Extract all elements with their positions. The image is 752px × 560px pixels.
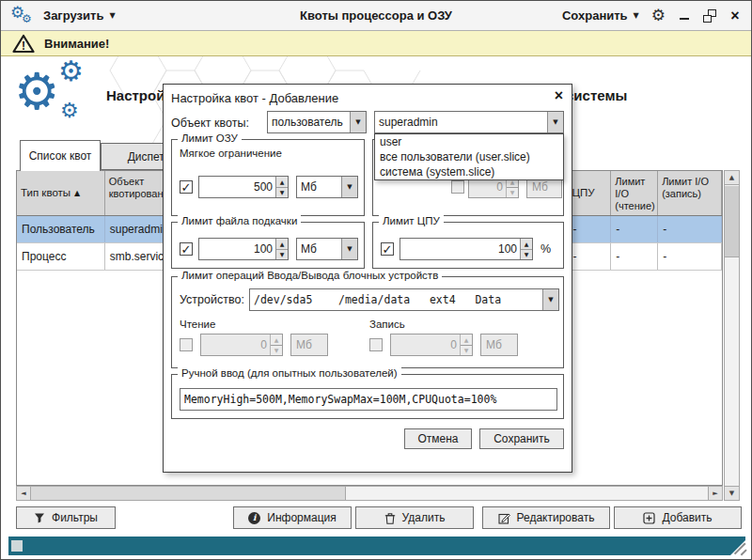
cpu-checkbox[interactable]: ✓ — [381, 242, 394, 256]
quota-target-select[interactable]: superadmin ▼ — [374, 111, 564, 133]
titlebar-right: Сохранить ▼ ⚙ × — [562, 8, 742, 23]
caret-down-icon[interactable]: ▼ — [341, 239, 357, 259]
ram-hard-checkbox[interactable] — [451, 180, 464, 194]
filters-button[interactable]: Фильтры — [16, 506, 116, 529]
soft-limit-label: Мягкое ограничение — [180, 148, 282, 159]
minimize-icon — [680, 18, 689, 20]
ram-soft-unit-value: Мб — [297, 177, 341, 197]
minimize-button[interactable] — [678, 9, 691, 23]
check-icon: ✓ — [181, 181, 192, 194]
swap-checkbox[interactable]: ✓ — [180, 242, 193, 256]
caret-down-icon[interactable]: ▼ — [547, 112, 563, 132]
status-grip — [11, 540, 23, 552]
cpu-spinner[interactable]: 100 ▲▼ — [400, 238, 533, 260]
spin-up-icon[interactable]: ▲ — [276, 177, 288, 188]
scroll-left-button[interactable]: ◄ — [17, 487, 31, 500]
io-write-checkbox[interactable] — [369, 338, 383, 351]
ram-soft-value[interactable]: 500 — [199, 177, 275, 197]
cell-cpu: - — [568, 216, 611, 242]
cpu-limit-legend: Лимит ЦПУ — [379, 215, 444, 226]
spin-down-icon[interactable]: ▼ — [276, 250, 288, 260]
dialog-close-button[interactable]: × — [555, 88, 563, 103]
cpu-value[interactable]: 100 — [400, 239, 520, 259]
io-read-value: 0 — [201, 334, 270, 355]
close-button[interactable]: × — [728, 9, 742, 23]
add-label: Добавить — [662, 511, 712, 524]
add-button[interactable]: Добавить — [614, 506, 742, 529]
info-label: Информация — [267, 511, 336, 524]
gear-icon: ⚙ — [22, 13, 32, 24]
spin-up-icon[interactable]: ▲ — [276, 239, 288, 250]
check-icon: ✓ — [181, 243, 192, 256]
spin-down-icon[interactable]: ▼ — [276, 188, 288, 198]
load-menu-button[interactable]: Загрузить ▼ — [43, 8, 116, 23]
io-write-unit: Мб — [480, 334, 518, 356]
swap-spinner[interactable]: 100 ▲▼ — [198, 238, 289, 260]
edit-pencil-icon — [498, 512, 510, 524]
app-logo-gears-icon: ⚙ ⚙ ⚙ — [14, 61, 101, 136]
column-header-type[interactable]: Тип квоты ▲ — [17, 171, 105, 215]
quota-dialog: Настройка квот - Добавление × Объект кво… — [163, 84, 572, 473]
device-select[interactable]: /dev/sda5 /media/data ext4 Data ▼ — [249, 288, 559, 311]
quota-target-value: superadmin — [375, 112, 547, 132]
maximize-icon — [703, 15, 712, 23]
tab-quota-list[interactable]: Список квот — [20, 140, 101, 171]
resize-grip[interactable] — [731, 539, 748, 556]
maximize-button[interactable] — [703, 9, 716, 23]
ram-soft-unit-select[interactable]: Мб ▼ — [296, 176, 358, 198]
cell-io-read: - — [611, 216, 658, 242]
scroll-right-button[interactable]: ► — [708, 487, 722, 500]
caret-down-icon[interactable]: ▼ — [542, 289, 558, 310]
save-menu-button[interactable]: Сохранить ▼ — [562, 8, 639, 23]
swap-value[interactable]: 100 — [199, 239, 275, 259]
swap-unit-select[interactable]: Мб ▼ — [296, 238, 358, 260]
cpu-percent-label: % — [540, 242, 551, 256]
dialog-cancel-button[interactable]: Отмена — [404, 428, 472, 449]
caret-down-icon: ▼ — [109, 11, 115, 20]
column-header-io-read[interactable]: Лимит I/O (чтение) — [611, 171, 658, 215]
edit-button[interactable]: Редактировать — [482, 506, 610, 529]
edit-label: Редактировать — [517, 511, 595, 524]
caret-down-icon: ▼ — [634, 11, 639, 20]
vertical-scrollbar-thumb[interactable] — [725, 186, 739, 257]
scroll-up-button[interactable]: ▲ — [725, 171, 739, 185]
delete-button[interactable]: Удалить — [355, 506, 474, 529]
dialog-title: Настройка квот - Добавление — [171, 91, 338, 105]
ram-soft-checkbox[interactable]: ✓ — [180, 180, 193, 194]
spin-down-icon[interactable]: ▼ — [521, 250, 532, 260]
settings-gear-icon[interactable]: ⚙ — [651, 8, 666, 23]
cell-io-write: - — [658, 216, 722, 242]
horizontal-scrollbar-thumb[interactable] — [31, 487, 346, 500]
ram-soft-spinner[interactable]: 500 ▲▼ — [198, 176, 289, 198]
filters-label: Фильтры — [52, 511, 98, 524]
column-header-cpu[interactable]: ЦПУ — [568, 171, 611, 215]
io-limit-legend: Лимит операций Ввода/Вывода блочных устр… — [178, 270, 442, 281]
dropdown-option-all-users[interactable]: все пользователи (user.slice) — [375, 149, 563, 164]
manual-input-group: Ручной ввод (для опытных пользователей) — [171, 374, 564, 419]
caret-down-icon[interactable]: ▼ — [350, 112, 366, 132]
io-write-value: 0 — [391, 334, 460, 355]
spin-up-icon[interactable]: ▲ — [521, 239, 532, 250]
info-button[interactable]: i Информация — [233, 506, 352, 529]
column-header-io-write[interactable]: Лимит I/O (запись) — [658, 171, 722, 215]
vertical-scrollbar[interactable]: ▲ ▼ — [724, 170, 740, 501]
horizontal-scrollbar[interactable]: ◄ ► — [16, 486, 723, 501]
check-icon: ✓ — [383, 243, 393, 256]
scroll-down-button[interactable]: ▼ — [725, 486, 739, 500]
manual-input[interactable] — [180, 388, 557, 411]
io-read-checkbox[interactable] — [180, 338, 193, 351]
caret-down-icon[interactable]: ▼ — [341, 177, 357, 197]
app-window: ⚙ ⚙ Загрузить ▼ Квоты процессора и ОЗУ С… — [0, 0, 752, 560]
save-menu-label: Сохранить — [562, 8, 628, 23]
svg-text:!: ! — [22, 39, 25, 52]
quota-object-select[interactable]: пользователь ▼ — [267, 111, 367, 133]
dropdown-option-system[interactable]: система (system.slice) — [375, 164, 563, 179]
write-label: Запись — [369, 319, 405, 330]
titlebar: ⚙ ⚙ Загрузить ▼ Квоты процессора и ОЗУ С… — [1, 1, 751, 31]
dropdown-option-user[interactable]: user — [375, 134, 563, 149]
dialog-save-button[interactable]: Сохранить — [479, 428, 564, 449]
device-value: /dev/sda5 /media/data ext4 Data — [250, 289, 542, 310]
load-menu-label: Загрузить — [43, 8, 103, 23]
quota-object-label: Объект квоты: — [171, 117, 249, 130]
ram-limit-legend: Лимит ОЗУ — [178, 132, 242, 144]
